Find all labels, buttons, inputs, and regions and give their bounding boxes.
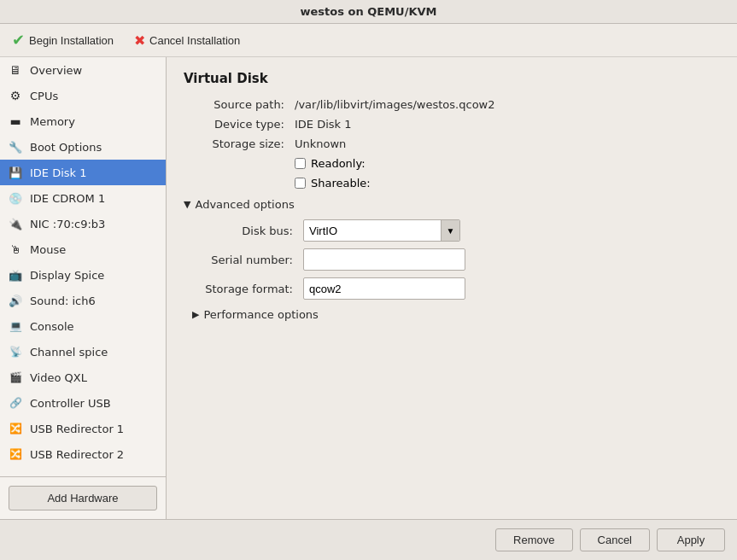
- serial-number-row: Serial number:: [192, 248, 720, 271]
- performance-options-label: Performance options: [203, 308, 318, 321]
- source-path-row: Source path: /var/lib/libvirt/images/wes…: [184, 98, 720, 111]
- sidebar-item-controller-usb-label: Controller USB: [30, 397, 111, 410]
- sidebar-item-nic[interactable]: NIC :70:c9:b3: [0, 211, 166, 236]
- add-hardware-button[interactable]: Add Hardware: [9, 486, 157, 510]
- disk-bus-row: Disk bus: VirtIO IDE SCSI USB SD ▼: [192, 219, 720, 242]
- storage-format-label: Storage format:: [192, 283, 303, 295]
- sidebar-item-channel-spice[interactable]: Channel spice: [0, 339, 166, 365]
- sidebar-item-cpus[interactable]: CPUs: [0, 83, 166, 108]
- sidebar-item-usb-redirector-2-label: USB Redirector 2: [30, 448, 124, 461]
- main-panel: Virtual Disk Source path: /var/lib/libvi…: [167, 57, 737, 519]
- storage-size-value: Unknown: [295, 137, 346, 150]
- device-type-label: Device type:: [184, 118, 295, 131]
- boot-icon: [7, 138, 24, 155]
- sidebar-item-boot-options-label: Boot Options: [30, 141, 102, 154]
- ram-icon: [7, 113, 24, 130]
- sidebar-item-ide-cdrom-1-label: IDE CDROM 1: [30, 192, 105, 205]
- sound-icon: [7, 292, 24, 309]
- sidebar-item-usb-redirector-2[interactable]: USB Redirector 2: [0, 441, 166, 467]
- x-icon: ✖: [134, 32, 145, 49]
- section-title: Virtual Disk: [184, 71, 720, 86]
- source-path-label: Source path:: [184, 98, 295, 111]
- cancel-installation-label: Cancel Installation: [149, 34, 240, 47]
- usb-redir-2-icon: [7, 446, 24, 463]
- sidebar-item-memory[interactable]: Memory: [0, 108, 166, 134]
- sidebar-item-display-spice-label: Display Spice: [30, 269, 104, 282]
- console-icon: [7, 318, 24, 335]
- sidebar-item-video-qxl-label: Video QXL: [30, 371, 87, 384]
- sidebar-item-ide-cdrom-1[interactable]: IDE CDROM 1: [0, 185, 166, 211]
- begin-installation-label: Begin Installation: [29, 34, 114, 47]
- display-icon: [7, 266, 24, 283]
- usb-redir-1-icon: [7, 420, 24, 437]
- performance-options-toggle[interactable]: ▶ Performance options: [192, 308, 720, 321]
- channel-icon: [7, 343, 24, 360]
- sidebar-item-boot-options[interactable]: Boot Options: [0, 134, 166, 160]
- advanced-section: ▼ Advanced options Disk bus: VirtIO IDE …: [184, 198, 720, 321]
- readonly-checkbox[interactable]: [295, 158, 306, 169]
- sidebar-item-overview-label: Overview: [30, 64, 82, 77]
- sidebar-item-controller-usb[interactable]: Controller USB: [0, 390, 166, 416]
- storage-format-row: Storage format: qcow2: [192, 277, 720, 300]
- triangle-right-icon: ▶: [192, 309, 199, 320]
- sidebar-item-nic-label: NIC :70:c9:b3: [30, 218, 105, 230]
- sidebar-item-console[interactable]: Console: [0, 313, 166, 339]
- disk-bus-select-wrapper: VirtIO IDE SCSI USB SD ▼: [303, 219, 460, 242]
- sidebar-item-mouse[interactable]: Mouse: [0, 236, 166, 262]
- advanced-options-content: Disk bus: VirtIO IDE SCSI USB SD ▼: [184, 219, 720, 321]
- content-area: Overview CPUs Memory Boot Options IDE Di…: [0, 57, 737, 519]
- serial-number-input[interactable]: [303, 248, 465, 271]
- serial-number-label: Serial number:: [192, 254, 303, 266]
- remove-button[interactable]: Remove: [495, 528, 572, 551]
- sidebar-item-ide-disk-1-label: IDE Disk 1: [30, 166, 87, 179]
- disk-bus-dropdown-arrow[interactable]: ▼: [441, 220, 459, 241]
- sidebar: Overview CPUs Memory Boot Options IDE Di…: [0, 57, 167, 519]
- sidebar-item-usb-redirector-1[interactable]: USB Redirector 1: [0, 416, 166, 441]
- sidebar-item-usb-redirector-1-label: USB Redirector 1: [30, 423, 124, 435]
- main-window: westos on QEMU/KVM ✔ Begin Installation …: [0, 0, 737, 560]
- device-type-row: Device type: IDE Disk 1: [184, 118, 720, 131]
- readonly-row: Readonly:: [295, 157, 720, 170]
- sidebar-item-sound-label: Sound: ich6: [30, 295, 96, 307]
- bottom-bar: Remove Cancel Apply: [0, 519, 737, 560]
- sidebar-item-memory-label: Memory: [30, 115, 75, 128]
- apply-button[interactable]: Apply: [657, 528, 725, 551]
- cpu-icon: [7, 87, 24, 104]
- disk-bus-label: Disk bus:: [192, 225, 303, 237]
- storage-format-input[interactable]: qcow2: [303, 277, 465, 300]
- sidebar-item-sound[interactable]: Sound: ich6: [0, 288, 166, 313]
- sidebar-item-channel-spice-label: Channel spice: [30, 346, 108, 359]
- usb-icon: [7, 394, 24, 411]
- sidebar-item-overview[interactable]: Overview: [0, 57, 166, 83]
- shareable-checkbox[interactable]: [295, 178, 306, 189]
- sidebar-item-video-qxl[interactable]: Video QXL: [0, 365, 166, 390]
- sidebar-item-cpus-label: CPUs: [30, 90, 58, 102]
- performance-section: ▶ Performance options: [192, 308, 720, 321]
- sidebar-item-display-spice[interactable]: Display Spice: [0, 262, 166, 288]
- titlebar: westos on QEMU/KVM: [0, 0, 737, 24]
- checkmark-icon: ✔: [12, 31, 25, 50]
- window-title: westos on QEMU/KVM: [301, 5, 437, 18]
- begin-installation-button[interactable]: ✔ Begin Installation: [9, 29, 117, 51]
- advanced-options-label: Advanced options: [195, 198, 294, 211]
- readonly-label: Readonly:: [311, 157, 366, 170]
- cancel-installation-button[interactable]: ✖ Cancel Installation: [131, 31, 243, 50]
- sidebar-item-ide-disk-1[interactable]: IDE Disk 1: [0, 160, 166, 185]
- sidebar-item-console-label: Console: [30, 320, 74, 333]
- source-path-value: /var/lib/libvirt/images/westos.qcow2: [295, 98, 494, 111]
- shareable-row: Shareable:: [295, 177, 720, 190]
- storage-size-label: Storage size:: [184, 137, 295, 150]
- sidebar-footer: Add Hardware: [0, 476, 166, 519]
- video-icon: [7, 369, 24, 386]
- advanced-options-toggle[interactable]: ▼ Advanced options: [184, 198, 720, 211]
- toolbar: ✔ Begin Installation ✖ Cancel Installati…: [0, 24, 737, 57]
- nic-icon: [7, 215, 24, 232]
- storage-size-row: Storage size: Unknown: [184, 137, 720, 150]
- sidebar-item-mouse-label: Mouse: [30, 243, 66, 256]
- shareable-label: Shareable:: [311, 177, 371, 190]
- device-type-value: IDE Disk 1: [295, 118, 352, 131]
- mouse-icon: [7, 241, 24, 258]
- disk-icon: [7, 164, 24, 181]
- disk-bus-select[interactable]: VirtIO IDE SCSI USB SD: [304, 223, 441, 239]
- cancel-button[interactable]: Cancel: [580, 528, 650, 551]
